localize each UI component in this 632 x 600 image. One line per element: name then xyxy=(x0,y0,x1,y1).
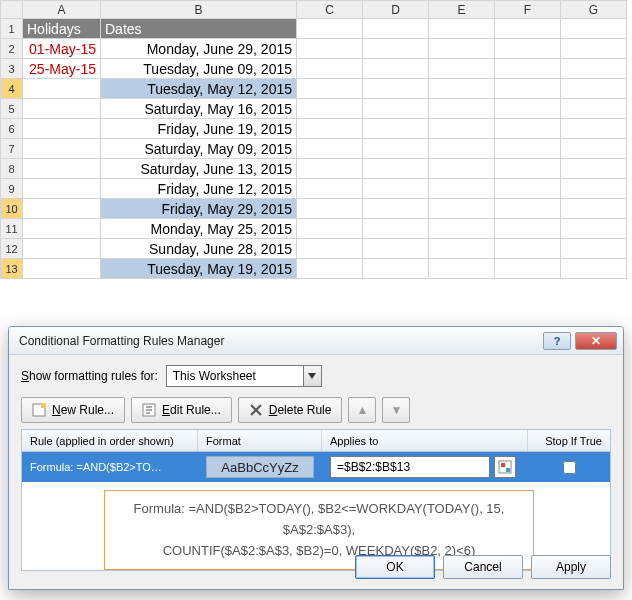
row-header-5[interactable]: 5 xyxy=(1,99,23,119)
move-down-button[interactable]: ▼ xyxy=(382,397,410,423)
cell[interactable] xyxy=(363,199,429,219)
cell[interactable] xyxy=(495,139,561,159)
cell[interactable] xyxy=(561,119,627,139)
row-header-2[interactable]: 2 xyxy=(1,39,23,59)
cell[interactable] xyxy=(23,99,101,119)
cell[interactable] xyxy=(363,159,429,179)
cell[interactable] xyxy=(363,39,429,59)
cell[interactable] xyxy=(429,59,495,79)
cell[interactable] xyxy=(23,239,101,259)
cell[interactable] xyxy=(363,239,429,259)
cell[interactable] xyxy=(561,259,627,279)
cell[interactable]: Tuesday, May 19, 2015 xyxy=(101,259,297,279)
show-for-input[interactable] xyxy=(167,366,303,386)
cell[interactable]: Holidays xyxy=(23,19,101,39)
cell[interactable] xyxy=(363,79,429,99)
cell[interactable] xyxy=(363,19,429,39)
row-header-3[interactable]: 3 xyxy=(1,59,23,79)
cell[interactable] xyxy=(561,139,627,159)
rule-row[interactable]: Formula: =AND($B2>TO… AaBbCcYyZz xyxy=(22,452,610,482)
cell[interactable] xyxy=(561,159,627,179)
cell[interactable] xyxy=(297,239,363,259)
cell[interactable] xyxy=(23,159,101,179)
row-header-11[interactable]: 11 xyxy=(1,219,23,239)
select-all-cell[interactable] xyxy=(1,1,23,19)
cell[interactable] xyxy=(495,219,561,239)
cell[interactable] xyxy=(495,199,561,219)
help-button[interactable]: ? xyxy=(543,332,571,350)
cell[interactable] xyxy=(429,19,495,39)
cell[interactable] xyxy=(429,119,495,139)
cell[interactable] xyxy=(561,219,627,239)
cell[interactable] xyxy=(429,199,495,219)
cell[interactable] xyxy=(429,39,495,59)
cell[interactable] xyxy=(429,79,495,99)
show-for-combo[interactable] xyxy=(166,365,322,387)
ok-button[interactable]: OK xyxy=(355,555,435,579)
cell[interactable] xyxy=(363,59,429,79)
cell[interactable] xyxy=(495,59,561,79)
cell[interactable] xyxy=(561,179,627,199)
cell[interactable]: Monday, May 25, 2015 xyxy=(101,219,297,239)
cell[interactable] xyxy=(297,219,363,239)
col-header-E[interactable]: E xyxy=(429,1,495,19)
cell[interactable] xyxy=(495,239,561,259)
cell[interactable] xyxy=(429,179,495,199)
cancel-button[interactable]: Cancel xyxy=(443,555,523,579)
cell[interactable] xyxy=(297,119,363,139)
cell[interactable] xyxy=(23,219,101,239)
cell[interactable]: Saturday, May 16, 2015 xyxy=(101,99,297,119)
cell[interactable]: 25-May-15 xyxy=(23,59,101,79)
cell[interactable]: 01-May-15 xyxy=(23,39,101,59)
row-header-1[interactable]: 1 xyxy=(1,19,23,39)
cell[interactable] xyxy=(297,259,363,279)
stop-if-true-checkbox[interactable] xyxy=(563,461,576,474)
cell[interactable]: Saturday, May 09, 2015 xyxy=(101,139,297,159)
move-up-button[interactable]: ▲ xyxy=(348,397,376,423)
cell[interactable] xyxy=(363,139,429,159)
cell[interactable]: Tuesday, May 12, 2015 xyxy=(101,79,297,99)
cell[interactable] xyxy=(495,79,561,99)
cell[interactable] xyxy=(23,199,101,219)
col-header-A[interactable]: A xyxy=(23,1,101,19)
row-header-8[interactable]: 8 xyxy=(1,159,23,179)
cell[interactable]: Monday, June 29, 2015 xyxy=(101,39,297,59)
cell[interactable] xyxy=(495,259,561,279)
cell[interactable] xyxy=(297,79,363,99)
col-header-C[interactable]: C xyxy=(297,1,363,19)
row-header-10[interactable]: 10 xyxy=(1,199,23,219)
cell[interactable] xyxy=(23,119,101,139)
cell[interactable] xyxy=(495,119,561,139)
row-header-13[interactable]: 13 xyxy=(1,259,23,279)
cell[interactable] xyxy=(297,139,363,159)
col-rule[interactable]: Rule (applied in order shown) xyxy=(22,430,198,451)
delete-rule-button[interactable]: Delete Rule xyxy=(238,397,343,423)
cell[interactable] xyxy=(495,179,561,199)
row-header-6[interactable]: 6 xyxy=(1,119,23,139)
cell[interactable] xyxy=(561,239,627,259)
close-button[interactable]: ✕ xyxy=(575,332,617,350)
cell[interactable]: Friday, May 29, 2015 xyxy=(101,199,297,219)
cell[interactable] xyxy=(297,59,363,79)
col-header-D[interactable]: D xyxy=(363,1,429,19)
col-format[interactable]: Format xyxy=(198,430,322,451)
cell[interactable]: Friday, June 12, 2015 xyxy=(101,179,297,199)
cell[interactable] xyxy=(495,19,561,39)
cell[interactable] xyxy=(495,159,561,179)
cell[interactable] xyxy=(23,179,101,199)
applies-to-input[interactable] xyxy=(330,456,490,478)
cell[interactable] xyxy=(561,99,627,119)
cell[interactable] xyxy=(429,239,495,259)
chevron-down-icon[interactable] xyxy=(303,366,321,386)
apply-button[interactable]: Apply xyxy=(531,555,611,579)
cell[interactable] xyxy=(561,199,627,219)
cell[interactable] xyxy=(23,259,101,279)
cell[interactable]: Sunday, June 28, 2015 xyxy=(101,239,297,259)
cell[interactable] xyxy=(363,99,429,119)
col-header-F[interactable]: F xyxy=(495,1,561,19)
cell[interactable] xyxy=(429,139,495,159)
edit-rule-button[interactable]: Edit Rule... xyxy=(131,397,232,423)
titlebar[interactable]: Conditional Formatting Rules Manager ? ✕ xyxy=(9,327,623,355)
cell[interactable]: Tuesday, June 09, 2015 xyxy=(101,59,297,79)
col-applies[interactable]: Applies to xyxy=(322,430,528,451)
